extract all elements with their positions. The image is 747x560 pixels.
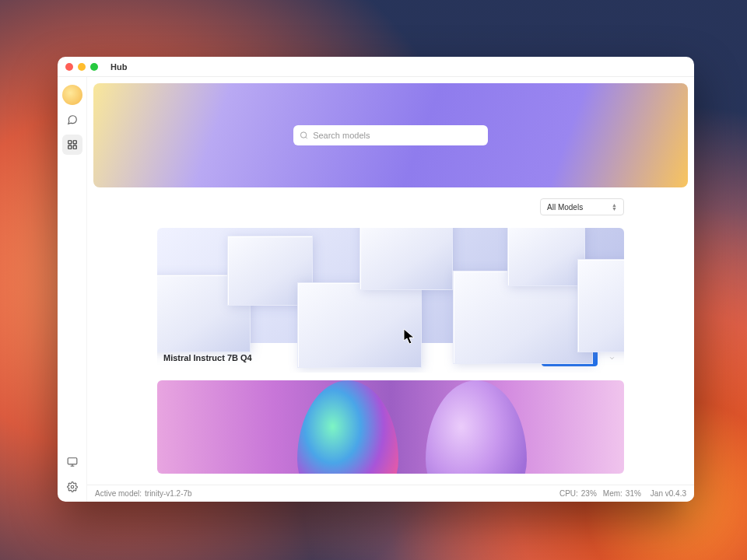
filter-row: All Models ▲▼ <box>93 187 688 223</box>
active-model-label: Active model: <box>95 489 142 498</box>
maximize-window-button[interactable] <box>90 63 98 71</box>
search-banner <box>93 83 688 187</box>
status-bar: Active model: trinity-v1.2-7b CPU: 23% M… <box>87 485 694 502</box>
model-card: Mistral Instruct 7B Q4 4.37GB Download <box>157 228 624 373</box>
main-scroll[interactable]: All Models ▲▼ <box>87 77 694 485</box>
svg-rect-2 <box>68 145 71 149</box>
svg-line-9 <box>306 137 307 138</box>
gear-icon <box>67 481 78 492</box>
grid-icon <box>67 139 78 150</box>
app-version: Jan v0.4.3 <box>651 489 686 498</box>
cpu-label: CPU: <box>559 489 578 498</box>
sidebar-item-chat[interactable] <box>62 110 82 130</box>
app-logo-icon[interactable] <box>62 85 82 105</box>
sidebar-item-hub[interactable] <box>62 135 82 155</box>
svg-point-7 <box>71 485 74 488</box>
window-title: Hub <box>110 62 127 72</box>
svg-point-8 <box>300 132 306 138</box>
svg-rect-1 <box>73 141 76 144</box>
search-icon <box>300 131 308 140</box>
app-window: Hub <box>58 57 694 502</box>
active-model-value: trinity-v1.2-7b <box>145 489 192 498</box>
search-field[interactable] <box>293 125 488 145</box>
sidebar-item-monitor[interactable] <box>62 452 82 472</box>
main-panel: All Models ▲▼ <box>87 77 694 502</box>
search-input[interactable] <box>313 131 482 140</box>
model-card <box>157 380 624 474</box>
titlebar: Hub <box>58 57 694 77</box>
chat-icon <box>67 114 78 125</box>
model-thumbnail[interactable] <box>157 228 624 343</box>
svg-rect-0 <box>68 141 71 144</box>
svg-rect-4 <box>68 458 77 464</box>
sidebar <box>58 77 87 502</box>
mem-label: Mem: <box>603 489 622 498</box>
sidebar-item-settings[interactable] <box>62 477 82 497</box>
model-thumbnail[interactable] <box>157 380 624 474</box>
content-area: All Models ▲▼ <box>58 77 694 502</box>
minimize-window-button[interactable] <box>78 63 86 71</box>
chevron-updown-icon: ▲▼ <box>612 203 617 211</box>
mem-value: 31% <box>626 489 641 498</box>
window-controls <box>65 63 98 71</box>
close-window-button[interactable] <box>65 63 73 71</box>
model-filter-select[interactable]: All Models ▲▼ <box>540 198 624 215</box>
monitor-icon <box>67 457 78 467</box>
chevron-down-icon <box>608 355 615 362</box>
svg-rect-3 <box>73 145 76 149</box>
filter-selected-label: All Models <box>547 203 583 212</box>
cpu-value: 23% <box>581 489 597 498</box>
